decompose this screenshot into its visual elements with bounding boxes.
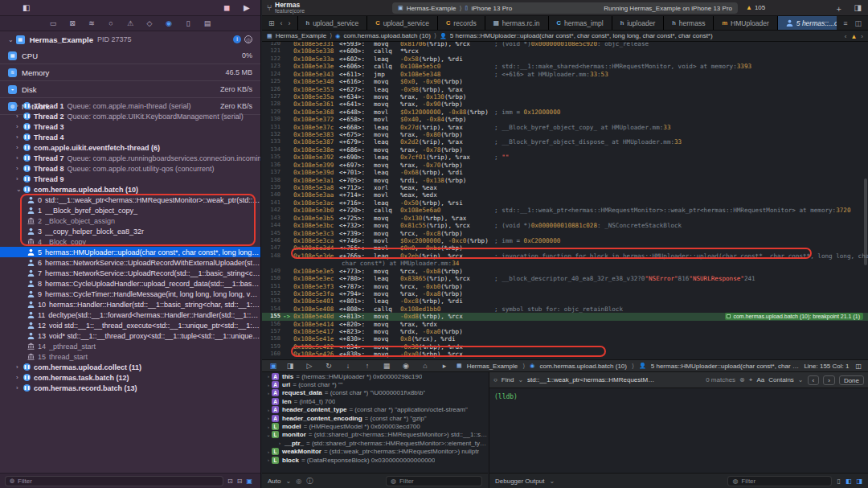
step-out-icon[interactable]: ↑ xyxy=(360,362,375,370)
debug-crumb-thread[interactable]: com.hermas.upload.batch (10) xyxy=(539,363,627,370)
thread-row[interactable]: › ❚❚ Thread 8Queue: com.apple.root.utili… xyxy=(0,163,260,174)
info-icon[interactable]: ⓘ xyxy=(306,477,313,486)
disclosure-icon[interactable]: › xyxy=(16,154,23,162)
asm-line-130[interactable]: 1300x108e5e372<+658>:movl$0x40, -0x84(%r… xyxy=(262,116,868,123)
asm-line-145[interactable]: 1450x108e5e3c3<+739>:movq%rcx, -0xc8(%rb… xyxy=(262,230,868,237)
tab-5-hermas-char-const-[interactable]: 5 hermas::...char const*) xyxy=(778,16,837,30)
asm-line-120[interactable]: 1200x108e5e331<+593>:movq0x81706(%rip), … xyxy=(262,42,868,47)
thread-row[interactable]: › ❚❚ Thread 9 xyxy=(0,174,260,184)
asm-line-131[interactable]: 1310x108e5e37c<+668>:leaq0x27d(%rip), %r… xyxy=(262,124,868,131)
thread-row[interactable]: › ❚❚ Thread 1Queue: com.apple.main-threa… xyxy=(0,100,260,111)
match-case-button[interactable]: Aa xyxy=(756,376,764,383)
thread-row[interactable]: › ❚❚ com.hermas.record.batch (13) xyxy=(0,383,260,393)
asm-line-146[interactable]: 1460x108e5e3ca<+746>:movl$0xc2000000, -0… xyxy=(262,237,868,244)
asm-line-149[interactable]: 1490x108e5e3e5<+773>:movq%rcx, -0xb8(%rb… xyxy=(262,268,868,275)
find-navigator-icon[interactable]: ○ xyxy=(107,19,116,27)
trash-icon[interactable]: ▯ xyxy=(837,478,840,485)
disclosure-icon[interactable]: › xyxy=(265,391,272,396)
asm-line-138[interactable]: 1380x108e5e3a1<+705>:movq%rdi, -0x138(%r… xyxy=(262,177,868,184)
jumpbar-project[interactable]: Hermas_Example xyxy=(276,32,327,39)
asm-line-157[interactable]: 1570x108e5e417<+823>:movq%rdx, -0xa0(%rb… xyxy=(262,328,868,335)
stack-frame-row[interactable]: 10hermas::Handler::Handler(std::__1::bas… xyxy=(0,299,260,310)
show-running-icon[interactable]: ⊟ xyxy=(237,478,243,485)
disclosure-icon[interactable]: › xyxy=(265,408,272,412)
asm-line-135[interactable]: 1350x108e5e392<+690>:leaq0x7cf01(%rip), … xyxy=(262,154,868,161)
asm-line-153[interactable]: 1530x108e5e401<+801>:leaq-0xc8(%rbp), %r… xyxy=(262,297,868,305)
disclosure-icon[interactable]: › xyxy=(16,144,23,151)
breakpoint-hit-badge[interactable]: com.hermas.upload.batch (10): breakpoint… xyxy=(725,313,863,320)
asm-line-132[interactable]: 1320x108e5e383<+675>:movq%rax, -0x80(%rb… xyxy=(262,131,868,138)
stack-frame-row[interactable]: 15thread_start xyxy=(0,351,260,362)
stack-frame-row[interactable]: 9hermas::CycleTimer::HandleMessage(int, … xyxy=(0,289,260,299)
asm-line-142[interactable]: 1420x108e5e3b0<+720>:callq0x108e5e6a0; s… xyxy=(262,207,868,214)
tab-upload-service[interactable]: Cupload_service xyxy=(367,16,438,30)
disclosure-icon[interactable]: › xyxy=(16,123,23,130)
issue-navigator-icon[interactable]: ⚠ xyxy=(126,19,135,27)
variables-view[interactable]: › A this = (hermas::HMUploader *) 0x6000… xyxy=(262,372,488,473)
disclosure-icon[interactable]: › xyxy=(16,175,23,182)
variable-row-model[interactable]: › L model = (HMRequestModel *) 0x600003e… xyxy=(262,422,488,430)
asm-line-127[interactable]: 1270x108e5e35a<+634>:movq%rax, -0x130(%r… xyxy=(262,93,868,100)
variable-row-header-content-type[interactable]: › A header_content_type = (const char *)… xyxy=(262,406,488,414)
asm-line-144[interactable]: 1440x108e5e3bc<+732>:movq0x81c55(%rip), … xyxy=(262,222,868,229)
device-name[interactable]: iPhone 13 Pro xyxy=(471,5,512,12)
disclosure-icon[interactable]: › xyxy=(265,374,272,379)
disclosure-icon[interactable]: › xyxy=(16,102,23,109)
next-issue-icon[interactable]: › xyxy=(861,33,863,40)
stack-frame-row[interactable]: 14_pthread_start xyxy=(0,341,260,351)
disclosure-icon[interactable]: › xyxy=(16,133,23,141)
tab-overview-icon[interactable]: ⊞ xyxy=(268,19,275,27)
asm-line-154[interactable]: 1540x108e5e408<+808>:callq0x108ed1bb0; s… xyxy=(262,306,868,313)
tab-upload-service[interactable]: hupload_service xyxy=(298,16,368,30)
find-mode-label[interactable]: Find xyxy=(502,376,514,383)
asm-line-155[interactable]: 155->0x108e5e40d<+813>:movq-0xd8(%rbp), … xyxy=(262,313,868,320)
disclosure-icon[interactable]: › xyxy=(265,457,272,462)
done-button[interactable]: Done xyxy=(839,375,864,385)
find-next-button[interactable]: › xyxy=(823,375,835,385)
asm-line-156[interactable]: 1560x108e5e414<+820>:movq%rax, %rdx xyxy=(262,321,868,328)
asm-line-158[interactable]: 1580x108e5e41e<+830>:movq0x8(%rcx), %rdi xyxy=(262,335,868,342)
asm-line-122[interactable]: 1220x108e5e33a<+602>:leaq-0x58(%rbp), %r… xyxy=(262,55,868,63)
disclosure-icon[interactable]: › xyxy=(16,363,23,371)
stack-frame-row[interactable]: 12void std::__1::__thread_execute<std::_… xyxy=(0,320,260,330)
stack-frame-row[interactable]: 6hermas::NetworkService::UploadRecordWit… xyxy=(0,257,260,268)
thread-row[interactable]: › ❚❚ com.apple.uikit.eventfetch-thread (… xyxy=(0,142,260,153)
info-badge-icon[interactable]: i xyxy=(233,35,241,43)
tab-hmuploader[interactable]: mHMUploader xyxy=(714,16,777,30)
view-hierarchy-icon[interactable]: ▦ xyxy=(379,362,394,370)
breakpoint-navigator-icon[interactable]: ▯ xyxy=(184,19,193,27)
asm-line-139[interactable]: 1390x108e5e3a8<+712>:xorl%eax, %eax xyxy=(262,184,868,191)
debug-crumb-frame[interactable]: 5 hermas::HMUploader::upload(char const*… xyxy=(651,363,800,370)
disclosure-icon[interactable]: › xyxy=(16,165,23,172)
tab-iuploader[interactable]: hiuploader xyxy=(612,16,665,30)
disclosure-icon[interactable]: › xyxy=(265,383,272,388)
tab-records[interactable]: Crecords xyxy=(438,16,485,30)
tab-hermass[interactable]: hhermass xyxy=(664,16,714,30)
issue-warning-icon[interactable]: ▲ xyxy=(850,33,857,40)
disclosure-icon[interactable]: › xyxy=(16,384,23,392)
back-icon[interactable]: ‹ xyxy=(280,19,283,27)
asm-line-136[interactable]: 1360x108e5e399<+697>:movq%rax, -0x70(%rb… xyxy=(262,162,868,169)
asm-line-137[interactable]: 1370x108e5e39d<+701>:leaq-0x68(%rbp), %r… xyxy=(262,169,868,176)
gauge-row-memory[interactable]: ≋ Memory 46.5 MB xyxy=(0,64,260,81)
gauge-row-cpu[interactable]: ▦ CPU 0% xyxy=(0,47,260,64)
process-row[interactable]: ⌄ ▦ Hermas_Example PID 27375 i ◎ xyxy=(0,31,260,47)
disclosure-icon[interactable]: › xyxy=(16,374,23,381)
add-pattern-button[interactable]: + xyxy=(749,376,753,383)
variable-row-monitor[interactable]: ⌄ L monitor = (std::shared_ptr<hermas::H… xyxy=(262,431,488,439)
test-navigator-icon[interactable]: ◇ xyxy=(145,19,154,27)
asm-line-141[interactable]: 1410x108e5e3ac<+716>:leaq-0x50(%rbp), %r… xyxy=(262,199,868,207)
match-mode-select[interactable]: Contains xyxy=(768,376,794,383)
variable-row--ptr-[interactable]: › __ptr_ = (std::shared_ptr<hermas::HMRe… xyxy=(262,439,488,447)
stop-button[interactable]: ◼ xyxy=(223,2,230,14)
stack-frame-row[interactable]: 7hermas::NetworkService::UploadRecord(st… xyxy=(0,268,260,278)
continue-icon[interactable]: ▷ xyxy=(302,362,317,370)
editor-layout-icon[interactable]: ◨ xyxy=(854,3,862,14)
find-mode-chevron-icon[interactable]: ⌄ xyxy=(518,376,523,383)
toggle-sidebar-icon[interactable]: ◧ xyxy=(23,2,30,14)
scope-select[interactable]: Auto xyxy=(268,478,280,485)
find-query-input[interactable]: std::__1::weak_ptr<hermas::HMRequestMoni… xyxy=(527,376,656,383)
console-toggle-icon[interactable]: ◫ xyxy=(855,363,862,370)
asm-line-128[interactable]: 1280x108e5e361<+641>:movq%rax, -0x90(%rb… xyxy=(262,100,868,108)
project-navigator-icon[interactable]: ▭ xyxy=(49,19,58,27)
